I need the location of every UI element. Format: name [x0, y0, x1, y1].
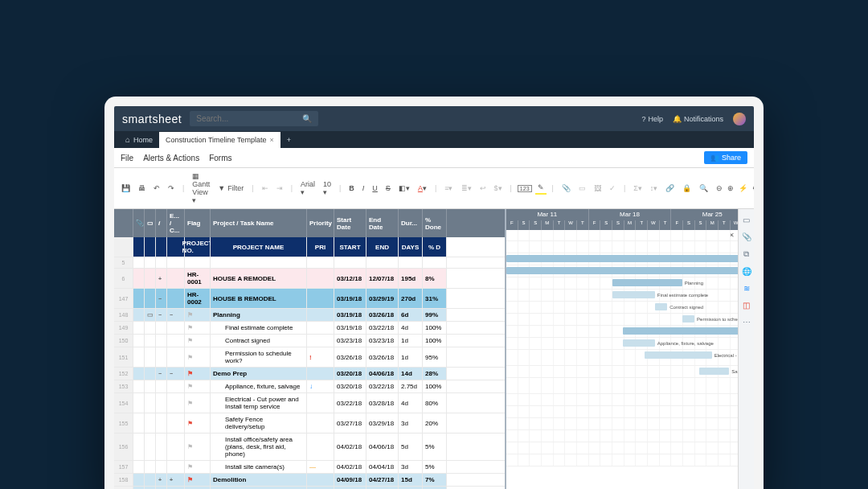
- tab-home[interactable]: Home: [119, 131, 159, 148]
- attach-icon[interactable]: 📎: [559, 183, 573, 194]
- filter-button[interactable]: ▼ Filter: [215, 183, 246, 194]
- gantt-day: S: [600, 220, 612, 230]
- topbar: smartsheet 🔍 ?Help 🔔Notifications: [114, 106, 754, 131]
- settings-icon[interactable]: ⚙: [752, 184, 759, 192]
- gantt-bar[interactable]: [506, 255, 754, 262]
- gantt-pane: Mar 11Mar 18Mar 25 FSSMTWTFSSMTWTFSSMTWT…: [505, 209, 754, 489]
- gantt-day: T: [636, 220, 648, 230]
- gantt-row: Planning: [506, 277, 754, 290]
- sort-icon[interactable]: ↕▾: [648, 183, 661, 194]
- grid-row[interactable]: 156 ⚑ Install office/safety area (plans,…: [114, 434, 505, 461]
- share-button[interactable]: 👥 Share: [704, 151, 747, 164]
- comment-icon[interactable]: ▭: [576, 183, 588, 194]
- size-select[interactable]: 10 ▾: [321, 179, 334, 198]
- font-select[interactable]: Arial ▾: [298, 179, 317, 198]
- gantt-bar[interactable]: Appliance, fixture, salvage: [623, 339, 655, 347]
- search-box[interactable]: 🔍: [190, 111, 318, 126]
- col-priority[interactable]: Priority: [307, 209, 334, 237]
- gantt-bar[interactable]: Permission to schedule w: [682, 315, 694, 323]
- grid-row[interactable]: 147 − HR-0002 HOUSE B REMODEL 03/19/18 0…: [114, 289, 505, 309]
- redo-icon[interactable]: ↷: [166, 183, 177, 194]
- grid-row[interactable]: 148 ▭ − − ⚑ Planning 03/19/18 03/26/18 6…: [114, 309, 505, 322]
- underline-icon[interactable]: U: [370, 183, 380, 194]
- undo-icon[interactable]: ↶: [151, 183, 162, 194]
- menu-alerts[interactable]: Alerts & Actions: [143, 154, 199, 162]
- grid-row[interactable]: 154 ⚑ Electrical - Cut power and Install…: [114, 393, 505, 413]
- gantt-row: [506, 430, 754, 442]
- zoom-out-icon[interactable]: ⊖: [716, 184, 723, 192]
- gantt-bar[interactable]: Electrical - Cut p: [645, 351, 711, 359]
- tab-construction[interactable]: Construction Timeline Template ×: [159, 132, 280, 148]
- gantt-bar[interactable]: Final estimate complete: [612, 291, 654, 298]
- dock-comments-icon[interactable]: ▭: [743, 216, 750, 224]
- col-task[interactable]: Project / Task Name: [211, 209, 307, 237]
- sum-icon[interactable]: Σ▾: [631, 183, 645, 194]
- grid-row[interactable]: 152 − − ⚑ Demo Prep 03/20/18 04/06/18 14…: [114, 368, 505, 380]
- grid-row[interactable]: 153 ⚑ Appliance, fixture, salvage ↓ 03/2…: [114, 380, 505, 393]
- grid-row[interactable]: 157 ⚑ Install site camera(s) — 04/02/18 …: [114, 461, 505, 474]
- format-icon[interactable]: $▾: [492, 183, 505, 194]
- grid-row[interactable]: 155 ⚑ Safety Fence delivery/setup 03/27/…: [114, 413, 505, 434]
- search-input[interactable]: [196, 114, 301, 123]
- link-icon[interactable]: 🔗: [663, 183, 677, 194]
- col-dur[interactable]: Dur...: [399, 209, 423, 237]
- col-i[interactable]: i: [156, 209, 167, 237]
- grid-row[interactable]: 150 ⚑ Contract signed 03/23/18 03/23/18 …: [114, 335, 505, 347]
- zoom-in-icon[interactable]: ⊕: [727, 184, 734, 192]
- coded-icon[interactable]: 123: [518, 185, 532, 192]
- dock-cell-icon[interactable]: ◫: [743, 301, 750, 310]
- col-flag[interactable]: Flag: [185, 209, 211, 237]
- gantt-row: [506, 406, 754, 418]
- close-icon[interactable]: ×: [269, 136, 273, 144]
- valign-icon[interactable]: ≣▾: [459, 183, 474, 194]
- col-attach[interactable]: 📎: [133, 209, 145, 237]
- automations-icon[interactable]: ⚡: [739, 184, 747, 192]
- grid-row[interactable]: 151 ⚑ Permission to schedule work? ! 03/…: [114, 347, 505, 368]
- print-icon[interactable]: 🖶: [136, 183, 148, 194]
- menu-forms[interactable]: Forms: [209, 154, 231, 162]
- italic-icon[interactable]: I: [360, 183, 367, 194]
- gantt-bar[interactable]: Planning: [612, 279, 682, 286]
- col-start[interactable]: Start Date: [334, 209, 366, 237]
- grid-row[interactable]: 158 + + ⚑ Demolition 04/09/18 04/27/18 1…: [114, 474, 505, 487]
- grid-row[interactable]: 149 ⚑ Final estimate complete 03/19/18 0…: [114, 322, 505, 335]
- grid-row[interactable]: 6 + HR-0001 HOUSE A REMODEL 03/12/18 12/…: [114, 269, 505, 289]
- dock-globe-icon[interactable]: 🌐: [742, 267, 751, 276]
- tab-add[interactable]: +: [280, 132, 297, 148]
- col-done[interactable]: % Done: [423, 209, 447, 237]
- strike-icon[interactable]: S: [383, 183, 393, 194]
- dock-more-icon[interactable]: ⋯: [743, 318, 751, 327]
- dock-attach-icon[interactable]: 📎: [742, 232, 751, 241]
- highlight-icon[interactable]: ✎: [535, 182, 547, 195]
- gantt-day: T: [719, 220, 731, 230]
- align-icon[interactable]: ≡▾: [442, 183, 455, 194]
- fill-icon[interactable]: ◧▾: [396, 183, 412, 194]
- col-ec[interactable]: E... / C...: [167, 209, 185, 237]
- save-icon[interactable]: 💾: [119, 183, 133, 194]
- gantt-day: T: [554, 220, 566, 230]
- indent-in-icon[interactable]: ⇥: [274, 183, 285, 194]
- avatar[interactable]: [733, 113, 746, 125]
- wrap-icon[interactable]: ↩: [477, 183, 489, 194]
- menu-file[interactable]: File: [121, 154, 133, 162]
- col-end[interactable]: End Date: [366, 209, 399, 237]
- textcolor-icon[interactable]: A▾: [416, 183, 429, 194]
- search-tool-icon[interactable]: 🔍: [697, 183, 710, 194]
- dock-hierarchy-icon[interactable]: ⧉: [743, 249, 749, 259]
- view-switcher[interactable]: ▦ Gantt View ▾: [190, 171, 212, 206]
- col-comment[interactable]: ▭: [145, 209, 156, 237]
- gantt-bar[interactable]: Contract signed: [655, 303, 667, 310]
- indent-out-icon[interactable]: ⇤: [260, 183, 271, 194]
- lock-icon[interactable]: 🔒: [680, 183, 694, 194]
- image-icon[interactable]: 🖼: [592, 183, 604, 194]
- gantt-bar[interactable]: Safety Fen: [699, 368, 729, 375]
- dock-activity-icon[interactable]: ≋: [743, 284, 750, 293]
- gantt-bar[interactable]: [623, 327, 754, 335]
- menubar: File Alerts & Actions Forms 👥 Share: [114, 148, 754, 168]
- bold-icon[interactable]: B: [346, 183, 357, 194]
- proof-icon[interactable]: ✓: [607, 183, 618, 194]
- gantt-bar[interactable]: [506, 267, 754, 274]
- notifications-link[interactable]: 🔔Notifications: [673, 115, 723, 123]
- grid-row[interactable]: 5: [114, 257, 505, 269]
- help-link[interactable]: ?Help: [641, 115, 663, 123]
